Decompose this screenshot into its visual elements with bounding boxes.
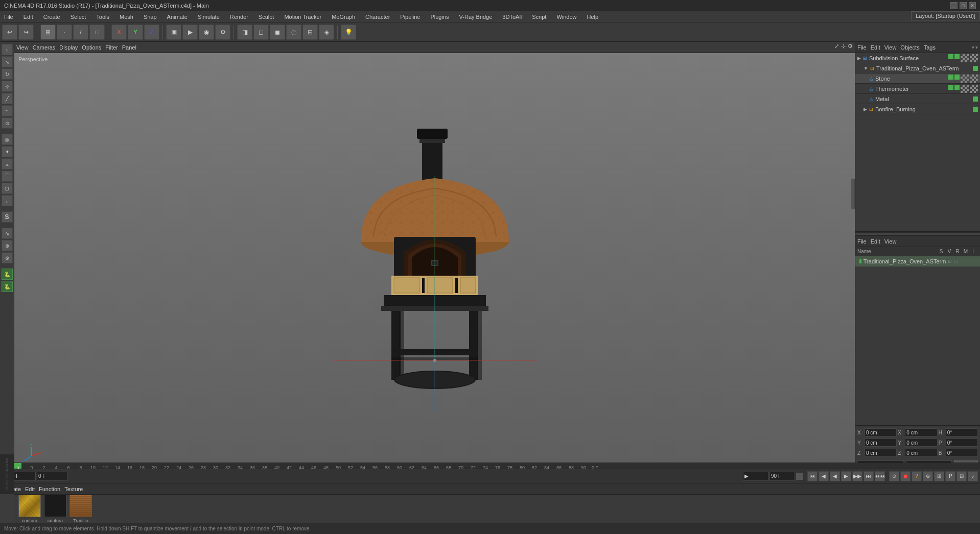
scrollbar-track[interactable] bbox=[855, 233, 980, 235]
lt-camera[interactable]: ◎ bbox=[2, 134, 13, 145]
point-mode-button[interactable]: · bbox=[57, 25, 72, 40]
material-stone[interactable]: contura bbox=[18, 495, 41, 523]
menu-tools[interactable]: Tools bbox=[94, 13, 111, 21]
obj-tb-tags[interactable]: Tags bbox=[924, 44, 936, 51]
menu-pipeline[interactable]: Pipeline bbox=[398, 13, 422, 21]
layout-tab[interactable]: Layout: [Startup (Used)] bbox=[911, 11, 980, 20]
lt-paint3[interactable]: ⊗ bbox=[2, 252, 13, 263]
lt-rotate[interactable]: ↻ bbox=[2, 68, 13, 80]
attr-tb-edit[interactable]: Edit bbox=[871, 238, 880, 245]
mat-edit[interactable]: Edit bbox=[25, 486, 35, 492]
p-button[interactable]: P bbox=[945, 471, 955, 481]
display-xray-button[interactable]: ◈ bbox=[319, 25, 334, 40]
obj-tag1[interactable]: ▾ bbox=[972, 45, 974, 50]
menu-render[interactable]: Render bbox=[228, 13, 250, 21]
minimize-button[interactable]: _ bbox=[950, 2, 958, 9]
stop-button[interactable]: ⏹ bbox=[900, 471, 911, 481]
menu-file[interactable]: File bbox=[2, 13, 15, 21]
coord-sx-field[interactable]: 0 cm bbox=[905, 428, 937, 436]
lt-deform[interactable]: ⟁ bbox=[2, 158, 13, 169]
edge-mode-button[interactable]: / bbox=[73, 25, 88, 40]
render-region-button[interactable]: ▣ bbox=[166, 25, 181, 40]
vp-icon-move[interactable]: ⊹ bbox=[841, 43, 846, 50]
lt-paint1[interactable]: ∿ bbox=[2, 228, 13, 239]
vp-tb-filter[interactable]: Filter bbox=[105, 44, 118, 51]
display-gouraud-button[interactable]: ◨ bbox=[237, 25, 252, 40]
coord-x-field[interactable]: 0 cm bbox=[865, 428, 897, 436]
coord-sy-field[interactable]: 0 cm bbox=[905, 439, 937, 447]
render-to-po-button[interactable]: ◉ bbox=[199, 25, 214, 40]
coord-h-field[interactable]: 0° bbox=[946, 428, 978, 436]
attr-tb-view[interactable]: View bbox=[884, 238, 897, 245]
obj-item-subdivision[interactable]: ▶ ⊞ Subdivision Surface bbox=[855, 53, 980, 63]
menu-vray[interactable]: V-Ray Bridge bbox=[457, 13, 495, 21]
vp-tb-view[interactable]: View bbox=[16, 44, 29, 51]
panel-resize-handle[interactable] bbox=[851, 179, 855, 209]
obj-tag2[interactable]: ▾ bbox=[975, 45, 978, 50]
x-axis-button[interactable]: X bbox=[111, 25, 127, 40]
display-wire-button[interactable]: ◻ bbox=[253, 25, 269, 40]
prev-frame-button[interactable]: ◀ bbox=[819, 471, 829, 481]
menu-create[interactable]: Create bbox=[41, 13, 62, 21]
menu-window[interactable]: Window bbox=[554, 13, 578, 21]
lt-tool1[interactable]: ╱ bbox=[2, 93, 13, 104]
lt-scale[interactable]: ⤡ bbox=[2, 56, 13, 67]
menu-snap[interactable]: Snap bbox=[142, 13, 159, 21]
lt-move[interactable]: ↕ bbox=[2, 44, 13, 55]
vp-tb-cameras[interactable]: Cameras bbox=[33, 44, 56, 51]
material-dark[interactable]: contura bbox=[44, 495, 66, 523]
attr-item-pizza[interactable]: Traditional_Pizza_Oven_ASTerm ⊡ □ bbox=[855, 256, 980, 266]
menu-simulate[interactable]: Simulate bbox=[196, 13, 222, 21]
coord-y-field[interactable]: 0 cm bbox=[865, 439, 897, 447]
vp-tb-options[interactable]: Options bbox=[82, 44, 101, 51]
undo-button[interactable]: ↩ bbox=[2, 25, 17, 40]
lt-light[interactable]: ✦ bbox=[2, 146, 13, 157]
go-start-button[interactable]: ⏮ bbox=[807, 471, 818, 481]
close-button[interactable]: ✕ bbox=[969, 2, 976, 9]
key-button[interactable]: ? bbox=[912, 471, 922, 481]
menu-mograph[interactable]: MoGraph bbox=[330, 13, 357, 21]
record-button[interactable]: ⊙ bbox=[889, 471, 899, 481]
menu-3dtoall[interactable]: 3DToAll bbox=[500, 13, 524, 21]
object-mode-button[interactable]: ⊞ bbox=[40, 25, 56, 40]
display-hidden-button[interactable]: ◌ bbox=[286, 25, 301, 40]
obj-tb-objects[interactable]: Objects bbox=[900, 44, 919, 51]
lt-s-icon[interactable]: S bbox=[2, 211, 13, 223]
obj-item-metal[interactable]: △ Metal bbox=[855, 94, 980, 104]
render-settings-button[interactable]: ⚙ bbox=[215, 25, 230, 40]
menu-mesh[interactable]: Mesh bbox=[118, 13, 135, 21]
lt-tool3[interactable]: ⊙ bbox=[2, 117, 13, 129]
coord-sz-field[interactable]: 0 cm bbox=[905, 449, 937, 457]
y-axis-button[interactable]: Y bbox=[128, 25, 143, 40]
obj-item-stone[interactable]: △ Stone bbox=[855, 74, 980, 84]
menu-sculpt[interactable]: Sculpt bbox=[256, 13, 276, 21]
menu-character[interactable]: Character bbox=[363, 13, 392, 21]
lt-select[interactable]: ⊹ bbox=[2, 81, 13, 92]
obj-item-thermometer[interactable]: △ Thermometer bbox=[855, 84, 980, 94]
lt-tool2[interactable]: ~ bbox=[2, 105, 13, 116]
go-end-button[interactable]: ⏭ bbox=[864, 471, 874, 481]
menu-motion-tracker[interactable]: Motion Tracker bbox=[282, 13, 323, 21]
obj-item-pizza-oven[interactable]: ▼ ⊡ Traditional_Pizza_Oven_ASTerm bbox=[855, 63, 980, 74]
motion2-button[interactable]: ⊞ bbox=[934, 471, 944, 481]
obj-tb-view[interactable]: View bbox=[884, 44, 897, 51]
material-wood[interactable]: Traditio bbox=[69, 495, 92, 523]
viewport[interactable]: View Cameras Display Options Filter Pane… bbox=[14, 42, 855, 473]
loop-button[interactable]: ⏮⏮ bbox=[875, 471, 885, 481]
mat-function[interactable]: Function bbox=[39, 486, 60, 492]
light-button[interactable]: 💡 bbox=[341, 25, 356, 40]
redo-button[interactable]: ↪ bbox=[18, 25, 34, 40]
coord-z-field[interactable]: 0 cm bbox=[865, 449, 897, 457]
sound-button[interactable]: ♪ bbox=[968, 471, 978, 481]
vp-icon-expand[interactable]: ⤢ bbox=[834, 43, 839, 50]
coord-b-field[interactable]: 0° bbox=[946, 449, 978, 457]
menu-animate[interactable]: Animate bbox=[165, 13, 190, 21]
render-view-button[interactable]: ▶ bbox=[182, 25, 198, 40]
motion-button[interactable]: ⊕ bbox=[923, 471, 933, 481]
end-frame-display[interactable]: 90 F bbox=[769, 472, 795, 481]
play-reverse-button[interactable]: ◀ bbox=[830, 471, 840, 481]
z-axis-button[interactable]: Z bbox=[144, 25, 159, 40]
display-const-button[interactable]: ◼ bbox=[270, 25, 285, 40]
play-button[interactable]: ▶ bbox=[841, 471, 851, 481]
menu-help[interactable]: Help bbox=[585, 13, 601, 21]
